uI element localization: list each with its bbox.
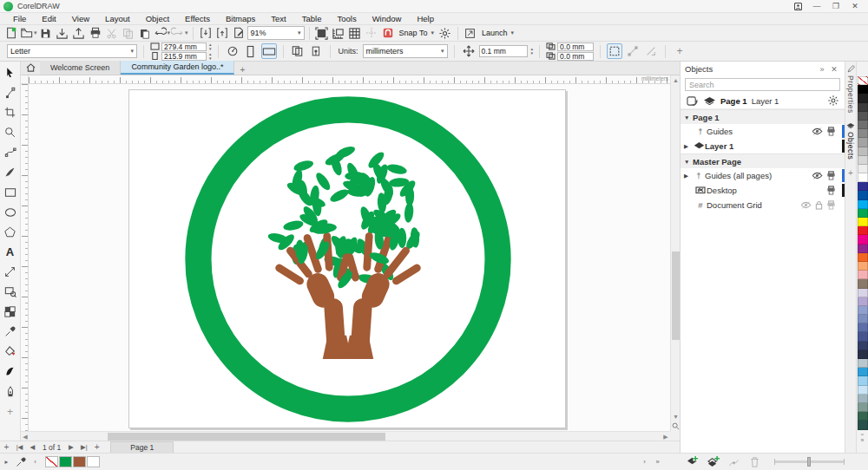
- page-angle-button[interactable]: [225, 43, 240, 59]
- collapse-arrow-icon[interactable]: ▼: [684, 114, 693, 121]
- palette-swatch[interactable]: [858, 332, 868, 341]
- menu-item-text[interactable]: Text: [263, 13, 293, 24]
- current-page-button[interactable]: [308, 43, 324, 59]
- palette-swatch[interactable]: [858, 218, 868, 226]
- menu-item-effects[interactable]: Effects: [177, 13, 218, 24]
- palette-swatch[interactable]: [858, 271, 868, 279]
- edge-snap-button[interactable]: [643, 43, 659, 59]
- palette-swatch[interactable]: [858, 253, 868, 262]
- ruler-corner[interactable]: [21, 75, 29, 84]
- open-button[interactable]: ▾: [20, 25, 37, 41]
- undo-button[interactable]: ▾: [154, 25, 171, 41]
- duplicate-y-field[interactable]: 0.0 mm: [557, 52, 594, 61]
- vertical-scrollbar[interactable]: ▲ ▼: [670, 75, 680, 431]
- tree-row-document-grid[interactable]: # Document Grid: [681, 198, 845, 212]
- palette-swatch[interactable]: [858, 121, 868, 129]
- drawing-canvas[interactable]: [29, 84, 670, 431]
- document-palette-swatch[interactable]: [73, 456, 86, 467]
- close-button[interactable]: ✕: [845, 1, 865, 12]
- expand-arrow-icon[interactable]: ▶: [684, 143, 693, 150]
- palette-swatch[interactable]: [858, 297, 868, 306]
- menu-item-view[interactable]: View: [64, 13, 97, 24]
- show-rulers-button[interactable]: [331, 25, 346, 41]
- tab-welcome-screen[interactable]: Welcome Screen: [40, 61, 121, 75]
- copy-button[interactable]: [121, 25, 136, 41]
- tree-row-desktop[interactable]: Desktop: [681, 183, 845, 198]
- minimize-button[interactable]: —: [807, 1, 826, 12]
- printable-icon[interactable]: [826, 171, 836, 180]
- page-width-field[interactable]: 279.4 mm: [161, 42, 207, 51]
- publish-pdf-button[interactable]: [231, 25, 247, 41]
- show-objects-icon[interactable]: [686, 95, 699, 107]
- page-height-field[interactable]: 215.9 mm: [161, 52, 207, 61]
- freehand-tool[interactable]: [2, 144, 19, 160]
- units-dropdown[interactable]: millimeters ▾: [363, 44, 448, 58]
- tree-row-layer1[interactable]: ▶ Layer 1: [681, 139, 845, 153]
- all-pages-button[interactable]: [290, 43, 306, 59]
- redo-button[interactable]: ▾: [171, 25, 188, 41]
- new-document-button[interactable]: [3, 25, 19, 41]
- tree-row-page1[interactable]: ▼ Page 1: [681, 109, 845, 124]
- pattern-fill-tool[interactable]: [2, 304, 19, 320]
- add-page-after-button[interactable]: +: [90, 441, 103, 453]
- palette-swatch[interactable]: [858, 368, 868, 376]
- palette-swatch[interactable]: [858, 359, 868, 368]
- snap-to-dropdown[interactable]: Snap To ▾: [397, 26, 437, 40]
- menu-item-edit[interactable]: Edit: [34, 13, 63, 24]
- document-palette-swatch[interactable]: [45, 456, 58, 467]
- palette-eyedropper-icon[interactable]: [13, 454, 29, 470]
- add-tool-button[interactable]: +: [2, 403, 19, 420]
- palette-swatch[interactable]: [858, 395, 868, 403]
- document-palette-expander[interactable]: ▸: [0, 456, 13, 467]
- palette-swatch[interactable]: [858, 200, 868, 209]
- page-size-dropdown[interactable]: Letter ▾: [7, 44, 137, 58]
- lock-icon[interactable]: [815, 200, 823, 210]
- zoom-tool[interactable]: [2, 124, 19, 140]
- search-input[interactable]: Search: [685, 78, 840, 91]
- transparency-tool[interactable]: [2, 284, 19, 300]
- expand-arrow-icon[interactable]: ▶: [684, 173, 693, 180]
- landscape-orientation-button[interactable]: [261, 43, 277, 59]
- palette-swatch[interactable]: [858, 165, 868, 173]
- drop-shadow-tool[interactable]: [2, 363, 19, 380]
- palette-swatch[interactable]: [858, 262, 868, 271]
- dimension-tool[interactable]: [2, 264, 19, 280]
- palette-swatch[interactable]: [858, 323, 868, 332]
- restore-button[interactable]: ❐: [826, 1, 845, 12]
- add-page-before-button[interactable]: +: [0, 441, 13, 453]
- palette-swatch[interactable]: [858, 386, 868, 395]
- menu-item-table[interactable]: Table: [294, 13, 330, 24]
- palette-swatch[interactable]: [858, 173, 868, 182]
- palette-swatch[interactable]: [858, 279, 868, 288]
- delete-button[interactable]: [746, 454, 762, 470]
- palette-swatch[interactable]: [858, 421, 868, 429]
- docker-settings-gear-icon[interactable]: [827, 95, 839, 107]
- palette-swatch[interactable]: [858, 350, 868, 359]
- zoom-level-combobox[interactable]: 91% ▾: [247, 26, 305, 40]
- tab-community-garden-logo[interactable]: Community Garden logo..*: [121, 61, 234, 75]
- import-button[interactable]: [55, 25, 70, 41]
- show-grid-button[interactable]: [347, 25, 363, 41]
- new-document-tab-button[interactable]: +: [234, 65, 250, 75]
- pick-tool[interactable]: [2, 64, 19, 81]
- tree-row-master-page[interactable]: ▼ Master Page: [681, 153, 845, 168]
- visibility-off-icon[interactable]: [812, 127, 823, 135]
- menu-item-bitmaps[interactable]: Bitmaps: [218, 13, 263, 24]
- duplicate-x-field[interactable]: 0.0 mm: [557, 42, 594, 51]
- palette-swatch[interactable]: [858, 103, 868, 112]
- slider-knob[interactable]: [807, 457, 811, 467]
- palette-swatch[interactable]: [858, 156, 868, 165]
- page-height-spinner[interactable]: ▴▾: [209, 52, 212, 61]
- import-bracket-button[interactable]: [198, 25, 214, 41]
- previous-page-button[interactable]: ◀: [26, 441, 39, 453]
- menu-item-object[interactable]: Object: [138, 13, 177, 24]
- menu-item-tools[interactable]: Tools: [329, 13, 364, 24]
- collapse-arrow-icon[interactable]: ▼: [684, 159, 693, 165]
- options-gear-button[interactable]: [437, 25, 453, 41]
- palette-swatch[interactable]: [858, 94, 868, 102]
- nudge-field[interactable]: 0.1 mm: [479, 45, 528, 57]
- palette-swatch[interactable]: [858, 376, 868, 385]
- print-button[interactable]: [88, 25, 103, 41]
- printable-icon[interactable]: [826, 200, 836, 210]
- palette-swatch[interactable]: [858, 245, 868, 253]
